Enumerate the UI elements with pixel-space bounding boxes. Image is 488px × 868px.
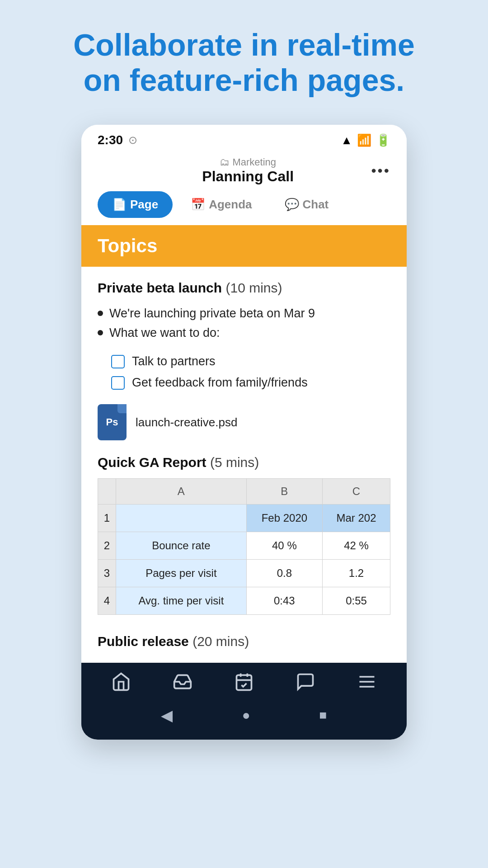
home-button[interactable]: ●	[242, 708, 250, 723]
battery-icon: 🔋	[376, 133, 390, 147]
section1-heading: Private beta launch (10 mins)	[98, 280, 390, 296]
content-area: Topics Private beta launch (10 mins) We'…	[81, 225, 407, 663]
messages-icon	[296, 672, 315, 692]
back-button[interactable]: ◀	[161, 706, 173, 724]
tab-bar: 📄 Page 📅 Agenda 💬 Chat	[98, 191, 390, 225]
breadcrumb-folder: 🗂 Marketing	[220, 156, 276, 168]
nav-messages[interactable]	[296, 672, 315, 692]
table-cell: Avg. time per visit	[116, 587, 247, 615]
breadcrumb-folder-label: Marketing	[232, 156, 276, 168]
nav-items	[81, 672, 407, 692]
section1-duration: (10 mins)	[225, 280, 282, 295]
status-bar: 2:30 ⊙ ▲ 📶 🔋	[81, 125, 407, 152]
table-cell: Mar 202	[323, 505, 390, 532]
nav-calendar[interactable]	[234, 672, 254, 692]
section3-title: Public release	[98, 634, 189, 649]
file-icon: Ps	[98, 404, 127, 440]
checkbox-label: Get feedback from family/friends	[132, 376, 308, 390]
table-header-a: A	[116, 479, 247, 505]
chat-tab-label: Chat	[303, 198, 329, 212]
table-row: 4 Avg. time per visit 0:43 0:55	[98, 587, 390, 615]
table-row: 2 Bounce rate 40 % 42 %	[98, 532, 390, 560]
bullet-list: We're launching private beta on Mar 9 Wh…	[98, 304, 390, 343]
status-icons: ▲ 📶 🔋	[341, 133, 390, 147]
filename-label: launch-creative.psd	[136, 415, 237, 429]
table-cell: 0:55	[323, 587, 390, 615]
table-header-c: C	[323, 479, 390, 505]
section1-title: Private beta launch	[98, 280, 222, 295]
row-num: 2	[98, 532, 116, 560]
agenda-tab-icon: 📅	[191, 198, 205, 212]
bottom-nav: ◀ ● ■	[81, 663, 407, 740]
row-num: 4	[98, 587, 116, 615]
agenda-tab-label: Agenda	[209, 198, 252, 212]
section2-title: Quick GA Report	[98, 455, 206, 470]
bullet-text: What we want to do:	[109, 326, 220, 340]
folder-icon: 🗂	[220, 156, 230, 168]
topics-title: Topics	[98, 235, 157, 256]
section3-heading: Public release (20 mins)	[98, 629, 390, 649]
dnd-icon: ⊙	[128, 134, 137, 146]
file-attachment[interactable]: Ps launch-creative.psd	[98, 404, 390, 440]
bullet-text: We're launching private beta on Mar 9	[109, 307, 315, 321]
header-breadcrumb: 🗂 Marketing Planning Call	[125, 156, 371, 185]
list-item: Talk to partners	[111, 351, 390, 372]
android-nav: ◀ ● ■	[81, 698, 407, 735]
tab-page[interactable]: 📄 Page	[98, 191, 173, 218]
inbox-icon	[173, 672, 192, 692]
signal-icon: 📶	[357, 133, 371, 147]
table-row: 1 Feb 2020 Mar 202	[98, 505, 390, 532]
list-item: We're launching private beta on Mar 9	[98, 304, 390, 323]
recent-button[interactable]: ■	[319, 708, 327, 722]
app-header: 🗂 Marketing Planning Call ••• 📄 Page 📅 A…	[81, 152, 407, 225]
bullet-dot	[98, 311, 103, 316]
table-cell: 0.8	[246, 560, 322, 587]
page-title: Planning Call	[202, 168, 294, 185]
nav-inbox[interactable]	[173, 672, 192, 692]
status-time: 2:30	[98, 133, 123, 147]
header-top: 🗂 Marketing Planning Call •••	[98, 156, 390, 191]
section3-duration: (20 mins)	[192, 634, 249, 649]
menu-icon	[357, 672, 377, 692]
checkbox-label: Talk to partners	[132, 354, 216, 368]
table-cell: Pages per visit	[116, 560, 247, 587]
topics-header: Topics	[81, 225, 407, 267]
table-header-b: B	[246, 479, 322, 505]
wifi-icon: ▲	[341, 133, 352, 147]
page-tab-label: Page	[130, 198, 158, 212]
file-type-label: Ps	[106, 416, 118, 428]
row-num: 3	[98, 560, 116, 587]
table-cell: 42 %	[323, 532, 390, 560]
tab-agenda[interactable]: 📅 Agenda	[176, 191, 266, 218]
table-cell	[116, 505, 247, 532]
row-num: 1	[98, 505, 116, 532]
table-cell: Feb 2020	[246, 505, 322, 532]
nav-menu[interactable]	[357, 672, 377, 692]
list-item: Get feedback from family/friends	[111, 372, 390, 393]
phone-frame: 2:30 ⊙ ▲ 📶 🔋 🗂 Marketing Planning Call •…	[81, 125, 407, 740]
calendar-icon	[234, 672, 254, 692]
checkbox-list: Talk to partners Get feedback from famil…	[98, 351, 390, 393]
table-cell: Bounce rate	[116, 532, 247, 560]
checkbox[interactable]	[111, 376, 125, 390]
data-table: A B C 1 Feb 2020 Mar 202 2 Bounce rate	[98, 478, 390, 615]
section2-heading: Quick GA Report (5 mins)	[98, 455, 390, 470]
chat-tab-icon: 💬	[285, 198, 299, 212]
table-header-corner	[98, 479, 116, 505]
tab-chat[interactable]: 💬 Chat	[270, 191, 343, 218]
checkbox[interactable]	[111, 355, 125, 368]
table-row: 3 Pages per visit 0.8 1.2	[98, 560, 390, 587]
svg-rect-0	[237, 675, 252, 690]
hero-title: Collaborate in real-time on feature-rich…	[73, 27, 415, 98]
table-cell: 0:43	[246, 587, 322, 615]
page-tab-icon: 📄	[112, 198, 127, 212]
list-item: What we want to do:	[98, 323, 390, 343]
content-body: Private beta launch (10 mins) We're laun…	[81, 267, 407, 663]
nav-home[interactable]	[111, 672, 131, 692]
table-cell: 40 %	[246, 532, 322, 560]
table-cell: 1.2	[323, 560, 390, 587]
section2-duration: (5 mins)	[210, 455, 259, 470]
hero-section: Collaborate in real-time on feature-rich…	[37, 0, 451, 116]
more-menu-button[interactable]: •••	[371, 162, 390, 179]
bullet-dot	[98, 330, 103, 335]
